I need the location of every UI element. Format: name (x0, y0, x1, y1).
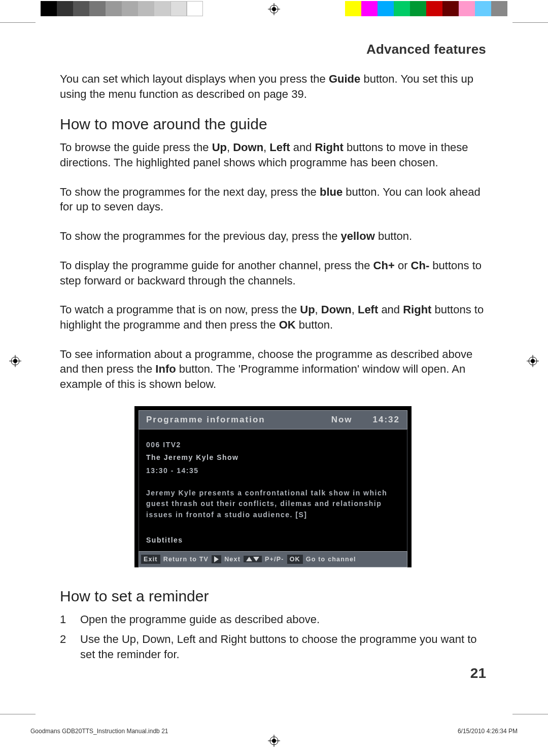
bold-text: Right (403, 303, 431, 316)
step-text: Use the Up, Down, Left and Right buttons… (80, 632, 486, 662)
swatch (154, 1, 170, 16)
swatch (170, 1, 187, 16)
text: , (227, 141, 233, 154)
text: , (171, 633, 177, 645)
swatch (41, 1, 57, 16)
text: To watch a programme that is on now, pre… (60, 303, 300, 316)
subhead-set-reminder: How to set a reminder (60, 588, 486, 605)
colorbar-right (345, 1, 507, 16)
swatch (459, 1, 475, 16)
footer-filename: Goodmans GDB20TTS_Instruction Manual.ind… (30, 728, 168, 735)
paragraph-intro: You can set which layout displays when y… (60, 71, 486, 101)
bold-text: yellow (341, 230, 375, 242)
section-title: Advanced features (60, 42, 486, 57)
return-label: Return to TV (163, 556, 209, 563)
play-right-icon (212, 555, 221, 563)
text: and (290, 141, 315, 154)
registration-mark-icon (268, 3, 280, 15)
next-label: Next (224, 556, 241, 563)
info-window-title: Programme information (146, 415, 265, 425)
swatch (187, 1, 203, 16)
bold-text: Up (212, 141, 227, 154)
paragraph-info: To see information about a programme, ch… (60, 347, 486, 392)
go-label: Go to channel (306, 556, 356, 563)
time-slot: 13:30 - 14:35 (146, 465, 400, 477)
swatch (57, 1, 73, 16)
paragraph-channel: To display the programme guide for anoth… (60, 258, 486, 288)
step-number: 2 (60, 632, 80, 662)
swatch (394, 1, 410, 16)
registration-mark-icon (9, 355, 21, 367)
text: and (195, 633, 220, 645)
up-down-icon (244, 556, 262, 562)
bold-text: Right (220, 633, 246, 645)
swatch (442, 1, 459, 16)
swatch (106, 1, 122, 16)
swatch (73, 1, 89, 16)
reminder-steps: 1 Open the programme guide as described … (60, 612, 486, 662)
swatch (345, 1, 361, 16)
swatch (378, 1, 394, 16)
swatch (426, 1, 442, 16)
bold-text: Up (300, 303, 315, 316)
text: To show the programmes for the previous … (60, 230, 341, 242)
programme-info-window: Programme information Now 14:32 006 ITV2… (134, 406, 412, 567)
swatch (491, 1, 507, 16)
registration-mark-icon (527, 355, 539, 367)
channel-line: 006 ITV2 (146, 440, 400, 451)
swatch (361, 1, 378, 16)
info-window-clock: 14:32 (373, 415, 400, 425)
paragraph-browse: To browse the guide press the Up, Down, … (60, 140, 486, 170)
bold-text: blue (320, 186, 342, 198)
page-number: 21 (470, 665, 486, 681)
text: and (378, 303, 403, 316)
text: , (352, 303, 358, 316)
swatch (89, 1, 106, 16)
paragraph-watch: To watch a programme that is on now, pre… (60, 302, 486, 332)
pplus-label: P+/P- (265, 556, 284, 563)
text: You can set which layout displays when y… (60, 73, 329, 85)
show-name: The Jeremy Kyle Show (146, 452, 400, 463)
text: , (315, 303, 321, 316)
bold-text: Left (358, 303, 378, 316)
crop-line (0, 714, 36, 714)
bold-text: Info (155, 363, 176, 375)
info-window-body: 006 ITV2 The Jeremy Kyle Show 13:30 - 14… (139, 429, 407, 551)
info-window-header: Programme information Now 14:32 (139, 410, 407, 429)
step-number: 1 (60, 612, 80, 627)
text: button. (296, 318, 333, 331)
step-text: Open the programme guide as described ab… (80, 612, 320, 627)
text: To show the programmes for the next day,… (60, 186, 320, 198)
paragraph-nextday: To show the programmes for the next day,… (60, 185, 486, 214)
bold-text: Guide (329, 73, 360, 85)
info-window-footer: Exit Return to TV Next P+/P- OK Go to ch… (139, 551, 407, 567)
step-2: 2 Use the Up, Down, Left and Right butto… (60, 632, 486, 662)
swatch (122, 1, 138, 16)
bold-text: OK (279, 318, 296, 331)
bold-text: Down (321, 303, 352, 316)
text: , (263, 141, 269, 154)
bold-text: Left (269, 141, 290, 154)
bold-text: Right (315, 141, 344, 154)
bold-text: Down (233, 141, 263, 154)
colorbar-left (41, 1, 203, 16)
page-content: Advanced features You can set which layo… (60, 42, 486, 667)
text: or (395, 259, 411, 272)
bold-text: Ch+ (373, 259, 395, 272)
crop-line (512, 22, 548, 23)
exit-button-label: Exit (141, 555, 160, 564)
text: Use the (80, 633, 122, 645)
swatch (138, 1, 154, 16)
swatch (410, 1, 426, 16)
text: button. (375, 230, 412, 242)
text: To browse the guide press the (60, 141, 212, 154)
text: , (136, 633, 142, 645)
step-1: 1 Open the programme guide as described … (60, 612, 486, 627)
paragraph-prevday: To show the programmes for the previous … (60, 229, 486, 244)
bold-text: Ch- (411, 259, 430, 272)
subhead-move-guide: How to move around the guide (60, 116, 486, 133)
crop-line (512, 714, 548, 714)
text: To display the programme guide for anoth… (60, 259, 373, 272)
print-footer: Goodmans GDB20TTS_Instruction Manual.ind… (30, 728, 518, 735)
footer-timestamp: 6/15/2010 4:26:34 PM (458, 728, 518, 735)
